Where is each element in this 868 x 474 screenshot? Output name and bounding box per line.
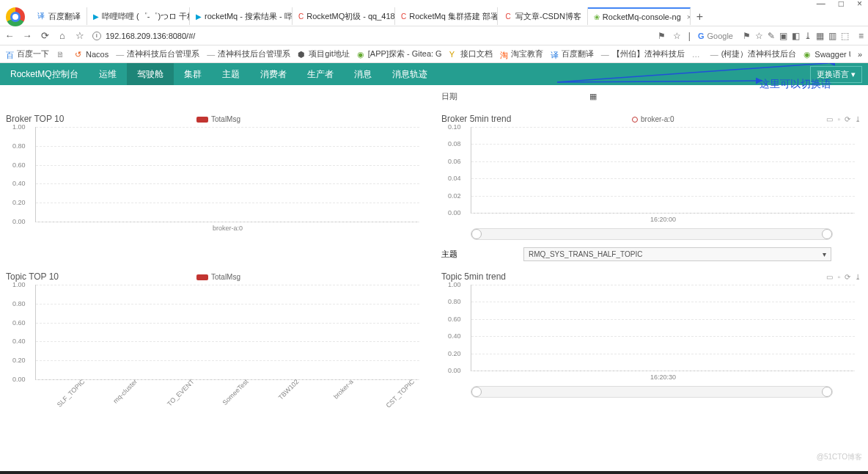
y-tick: 0.00	[12, 376, 26, 383]
menu-button[interactable]: ≡	[858, 31, 864, 41]
slider-handle-left[interactable]	[471, 387, 482, 397]
bookmark-label: 渣神科技后台管理系	[218, 48, 290, 59]
url-text: 192.168.209.136:8080/#/	[106, 32, 195, 40]
nav-item[interactable]: 消息轨迹	[382, 63, 438, 85]
window-minimize[interactable]: —	[817, 0, 825, 9]
nav-item[interactable]: 消费者	[250, 63, 297, 85]
panel-title: Topic 5min trend	[441, 269, 862, 285]
y-tick: 0.40	[12, 180, 26, 187]
bookmark-favicon-icon: ↺	[75, 50, 84, 59]
tab-label: RocketMq-console-ng	[603, 12, 681, 21]
bookmark-label: 百度一下	[17, 48, 49, 59]
nav-item[interactable]: 生产者	[297, 63, 344, 85]
bookmark-label: Swagger UI	[814, 50, 850, 59]
nav-item[interactable]: 集群	[174, 63, 212, 85]
site-info-icon[interactable]: i	[92, 32, 101, 40]
toolbar-icon[interactable]: ✎	[768, 31, 775, 41]
chart-tool-icon[interactable]: ⤓	[855, 273, 861, 281]
bookmark-item[interactable]: Y接口文档	[449, 48, 493, 59]
browser-tab[interactable]: ▶rocketMq - 搜索结果 - 哔哩哔哩弹	[190, 7, 293, 25]
url-field[interactable]: i 192.168.209.136:8080/#/	[92, 32, 650, 40]
chart-tool-icon[interactable]: ▭	[826, 273, 833, 281]
browser-tab[interactable]: C写文章-CSDN博客	[498, 7, 588, 25]
toolbar-icon[interactable]: ◧	[792, 31, 800, 41]
bookmark-item[interactable]: …	[692, 50, 703, 59]
time-slider[interactable]	[471, 228, 833, 240]
back-button[interactable]: ←	[4, 30, 15, 41]
app-brand: RocketMQ控制台	[0, 68, 89, 81]
bookmark-item[interactable]: —渣神科技后台管理系	[207, 48, 290, 59]
home-button[interactable]: ⌂	[57, 30, 67, 41]
chart-tool-icon[interactable]: ⤓	[855, 115, 861, 123]
time-slider[interactable]	[471, 386, 833, 398]
toolbar-icon[interactable]: ⤓	[804, 31, 812, 41]
browser-tab[interactable]: 译百度翻译	[31, 7, 87, 25]
bookmark-item[interactable]: 🗎	[56, 50, 67, 59]
x-tick: CST_TOPIC	[384, 378, 416, 409]
toolbar-icon[interactable]: ▥	[828, 31, 836, 41]
chart-tool-icon[interactable]: ▫	[837, 115, 840, 123]
nav-item[interactable]: 运维	[89, 63, 127, 85]
x-tick: SomeeTest	[221, 378, 249, 406]
toolbar-icon[interactable]: ⚑	[743, 31, 751, 41]
bookmark-favicon-icon: 🗎	[56, 50, 65, 59]
chart-tool-icon[interactable]: ▭	[826, 115, 833, 123]
bookmark-label: 项目git地址	[309, 48, 350, 59]
browser-tab[interactable]: ▶哔哩哔哩 (゜-゜)つロ 干杯~-bilibili	[87, 7, 190, 25]
bookmark-item[interactable]: ⬢项目git地址	[298, 48, 350, 59]
y-tick: 0.10	[448, 123, 461, 131]
toolbar-icon[interactable]: ☆	[755, 31, 763, 41]
browser-tab[interactable]: CRocketMQ初级 - qq_41853447的	[293, 7, 395, 25]
search-box[interactable]: G Google	[698, 32, 733, 40]
chart-tool-icon[interactable]: ▫	[837, 273, 840, 281]
bookmark-favicon-icon: Y	[449, 50, 458, 59]
topic-trend-chart: 0.000.200.400.600.801.0016:20:30	[471, 285, 855, 371]
bookmark-item[interactable]: —(柯捷）渣神科技后台	[710, 48, 797, 59]
slider-handle-left[interactable]	[471, 229, 482, 239]
tab-label: RocketMq 集群搭建 部署 (2m-2s-	[409, 11, 498, 22]
bookmark-item[interactable]: ◉Swagger UI	[803, 50, 850, 59]
y-tick: 0.60	[12, 319, 26, 327]
slider-handle-right[interactable]	[822, 387, 832, 397]
x-tick: 16:20:00	[650, 216, 676, 223]
forward-button[interactable]: →	[22, 30, 32, 41]
favorite-icon[interactable]: ☆	[673, 31, 681, 41]
topic-select[interactable]: RMQ_SYS_TRANS_HALF_TOPIC ▾	[523, 247, 831, 261]
legend-label: TotalMsg	[211, 115, 240, 123]
slider-handle-right[interactable]	[822, 229, 832, 239]
calendar-icon[interactable]: ▦	[589, 92, 597, 101]
new-tab-button[interactable]: +	[691, 10, 709, 23]
nav-item[interactable]: 消息	[344, 63, 382, 85]
bookmark-item[interactable]: 百百度一下	[6, 48, 49, 59]
legend-label: broker-a:0	[641, 115, 674, 123]
toolbar-icon[interactable]: ▣	[779, 31, 787, 41]
bookmark-item[interactable]: —【州伯】渣神科技后	[601, 48, 685, 59]
browser-tab[interactable]: CRocketMq 集群搭建 部署 (2m-2s-	[395, 7, 498, 25]
tab-label: 百度翻译	[48, 11, 81, 22]
bookmark-label: 接口文档	[460, 48, 493, 59]
tab-favicon-icon: ❀	[594, 12, 600, 21]
bookmark-item[interactable]: 译百度翻译	[551, 48, 594, 59]
nav-item[interactable]: 主题	[212, 63, 250, 85]
x-tick: 16:20:30	[650, 373, 676, 381]
window-close[interactable]: ×	[857, 0, 862, 9]
bookmark-item[interactable]: ◉[APP]探索 - Gitea: G	[357, 48, 442, 59]
reload-button[interactable]: ⟳	[40, 30, 50, 41]
y-tick: 0.02	[448, 192, 461, 200]
browser-tab[interactable]: ❀RocketMq-console-ng×	[588, 7, 691, 25]
nav-item[interactable]: 驾驶舱	[127, 63, 174, 85]
toolbar-icon[interactable]: ▦	[816, 31, 824, 41]
dashboard-content: 日期 ▦ Broker TOP 10 TotalMsg 0.000.200.40…	[0, 85, 868, 401]
toolbar-icon[interactable]: ⬚	[841, 31, 849, 41]
bookmark-item[interactable]: —渣神科技后台管理系	[116, 48, 199, 59]
bookmark-item[interactable]: ↺Nacos	[75, 50, 108, 59]
chart-tool-icon[interactable]: ⟳	[845, 273, 850, 281]
window-maximize[interactable]: □	[839, 0, 844, 9]
bookmark-item[interactable]: 淘淘宝教育	[500, 48, 543, 59]
chart-tool-icon[interactable]: ⟳	[845, 115, 850, 123]
reader-icon[interactable]: ⚑	[658, 31, 666, 41]
bookmarks-overflow[interactable]: »	[858, 50, 862, 59]
y-tick: 0.40	[448, 332, 461, 340]
bookmark-favicon-icon: —	[710, 50, 719, 59]
bookmark-star[interactable]: ☆	[75, 30, 85, 41]
